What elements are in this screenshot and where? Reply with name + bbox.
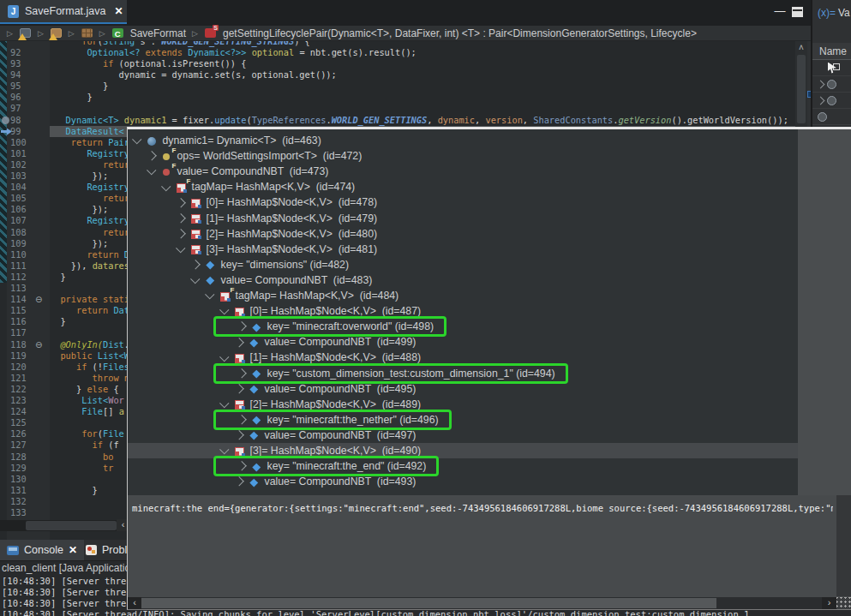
chevron-right-icon[interactable]: [234, 338, 243, 347]
chevron-right-icon[interactable]: [234, 384, 243, 393]
chevron-down-icon[interactable]: [176, 243, 185, 253]
fold-collapse-icon[interactable]: ⊖: [35, 294, 42, 305]
hashmap-node-icon: [190, 228, 201, 239]
code-line: 95 }: [0, 81, 795, 92]
breadcrumb-separator-icon: ▷: [99, 29, 105, 38]
java-file-icon: J: [8, 5, 19, 18]
tree-row-label: key= "minecraft:the_nether" (id=496): [267, 414, 439, 426]
tab-variables[interactable]: (x)=Va: [818, 7, 850, 19]
scroll-left-icon[interactable]: ‹: [128, 597, 141, 609]
variables-row[interactable]: [812, 109, 851, 125]
tree-row-label: [1]= HashMap$Node<K,V> (id=488): [250, 351, 422, 363]
tab-close-icon[interactable]: ✕: [114, 5, 123, 17]
tree-row[interactable]: dynamic1= Dynamic<T> (id=463): [128, 133, 798, 148]
static-method-icon[interactable]: S: [204, 27, 217, 39]
inspect-tree[interactable]: dynamic1= Dynamic<T> (id=463)Fops= World…: [128, 129, 798, 495]
chevron-right-icon[interactable]: [190, 260, 200, 270]
hashmap-node-icon: [190, 243, 201, 254]
scroll-right-icon[interactable]: ›: [822, 597, 836, 609]
chevron-right-icon[interactable]: [176, 213, 185, 223]
line-number: 92: [10, 47, 34, 58]
breakpoint-icon[interactable]: [2, 117, 9, 124]
tree-row-label: [2]= HashMap$Node<K,V> (id=480): [207, 228, 378, 240]
tree-row[interactable]: [0]= HashMap$Node<K,V> (id=478): [128, 194, 798, 210]
resize-grip[interactable]: [836, 597, 851, 609]
tree-row[interactable]: value= CompoundNBT (id=499): [128, 334, 798, 350]
hashmap-node-icon: [234, 398, 245, 410]
chevron-right-icon[interactable]: [237, 322, 246, 332]
tree-row[interactable]: key= "dimensions" (id=482): [128, 257, 798, 272]
chevron-right-icon[interactable]: [176, 198, 185, 207]
chevron-right-icon[interactable]: [237, 416, 246, 425]
detail-vertical-scrollbar[interactable]: ˄ ˅: [836, 495, 851, 596]
code-text: }: [50, 92, 795, 103]
tab-saveformat-java[interactable]: J SaveFormat.java ✕: [0, 0, 127, 24]
inspect-detail-pane[interactable]: minecraft:the_end={generator:{settings:"…: [128, 495, 851, 609]
chevron-down-icon[interactable]: [219, 305, 229, 314]
chevron-down-icon[interactable]: [132, 135, 141, 144]
chevron-down-icon[interactable]: [161, 182, 171, 191]
tree-row[interactable]: value= CompoundNBT (id=497): [128, 428, 798, 443]
line-number: 112: [10, 272, 34, 283]
ide-window: J SaveFormat.java ✕ — ▷▷▷▷CSaveFormat▷Sg…: [0, 0, 851, 616]
detail-icon: [205, 259, 216, 270]
chevron-right-icon[interactable]: [817, 80, 825, 88]
problems-icon: [86, 545, 97, 555]
tree-row[interactable]: Fops= WorldSettingsImport<T> (id=472): [128, 148, 798, 164]
tree-row[interactable]: key= "minecraft:the_nether" (id=496): [128, 412, 798, 428]
maximize-button[interactable]: [792, 7, 803, 17]
tree-row[interactable]: key= "custom_dimension_test:custom_dimen…: [128, 366, 798, 381]
chevron-right-icon[interactable]: [237, 462, 246, 471]
variables-row[interactable]: [812, 93, 851, 109]
tab-close-icon[interactable]: ✕: [69, 544, 77, 556]
tree-row[interactable]: value= CompoundNBT (id=493): [128, 474, 798, 489]
variables-row[interactable]: [812, 60, 851, 76]
package-icon[interactable]: [81, 27, 93, 39]
package-warning-icon[interactable]: [50, 27, 63, 39]
chevron-right-icon[interactable]: [237, 368, 246, 378]
tree-row-label: key= "dimensions" (id=482): [221, 259, 350, 271]
scroll-up-icon[interactable]: ˄: [796, 43, 806, 53]
detail-icon: [249, 383, 260, 394]
java-project-warning-icon[interactable]: [19, 27, 32, 39]
tree-row[interactable]: key= "minecraft:the_end" (id=492): [128, 458, 798, 474]
variables-name-column-header[interactable]: Name: [812, 43, 851, 60]
chevron-right-icon[interactable]: [234, 477, 243, 487]
chevron-right-icon[interactable]: [176, 229, 185, 238]
tree-row[interactable]: [1]= HashMap$Node<K,V> (id=479): [128, 211, 798, 226]
tree-row[interactable]: Fvalue= CompoundNBT (id=473): [128, 164, 798, 179]
chevron-right-icon[interactable]: [817, 96, 825, 105]
editor-vertical-scrollbar-thumb[interactable]: [797, 55, 806, 123]
editor-horizontal-scrollbar-thumb[interactable]: [26, 521, 117, 530]
breadcrumb-item-label[interactable]: SaveFormat: [130, 27, 186, 39]
chevron-right-icon[interactable]: [234, 431, 243, 440]
variables-row[interactable]: [812, 76, 851, 93]
code-line: 98 Dynamic<T> dynamic1 = fixer.update(Ty…: [0, 115, 795, 126]
minimize-button[interactable]: —: [770, 3, 789, 21]
tree-row[interactable]: FtagMap= HashMap<K,V> (id=484): [128, 288, 798, 303]
class-icon[interactable]: C: [111, 27, 124, 39]
console-tab-probl[interactable]: Probl: [79, 540, 134, 560]
chevron-down-icon[interactable]: [219, 352, 229, 362]
chevron-right-icon[interactable]: [147, 152, 156, 161]
console-tab-console[interactable]: Console✕: [0, 540, 84, 560]
detail-horizontal-scrollbar-thumb[interactable]: [141, 598, 716, 608]
tree-row[interactable]: value= CompoundNBT (id=495): [128, 381, 798, 397]
breadcrumb-item-label[interactable]: getSettingLifecyclePair(Dynamic<T>, Data…: [223, 27, 697, 39]
chevron-down-icon[interactable]: [219, 445, 229, 454]
detail-icon: [249, 337, 260, 348]
tree-row[interactable]: [2]= HashMap$Node<K,V> (id=480): [128, 226, 798, 242]
tree-row[interactable]: key= "minecraft:overworld" (id=498): [128, 319, 798, 334]
console-icon: [7, 546, 19, 555]
line-number: 115: [10, 305, 34, 316]
chevron-down-icon[interactable]: [147, 166, 156, 176]
tree-row-label: value= CompoundNBT (id=493): [265, 475, 417, 487]
chevron-down-icon[interactable]: [205, 290, 214, 299]
chevron-down-icon[interactable]: [219, 398, 229, 408]
chevron-down-icon[interactable]: [190, 274, 200, 284]
code-line: 93 if (optional.isPresent()) {: [0, 58, 795, 69]
fold-collapse-icon[interactable]: ⊖: [35, 339, 42, 350]
tree-row[interactable]: FtagMap= HashMap<K,V> (id=474): [128, 179, 798, 194]
tree-row[interactable]: value= CompoundNBT (id=483): [128, 272, 798, 288]
tree-row[interactable]: [3]= HashMap$Node<K,V> (id=481): [128, 242, 798, 257]
